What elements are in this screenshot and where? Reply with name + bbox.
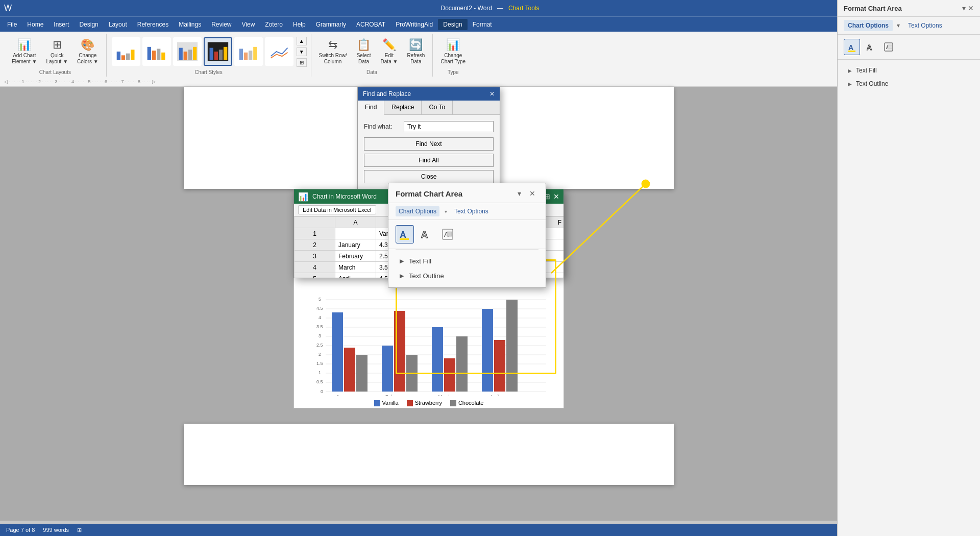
- excel-col-blank: [295, 217, 335, 228]
- popup-chart-dropdown[interactable]: ▾: [445, 209, 447, 214]
- style-scroll-up[interactable]: ▲: [297, 37, 307, 45]
- svg-rect-48: [394, 311, 405, 392]
- panel-icon-text-effects[interactable]: A: [880, 39, 897, 55]
- legend-vanilla: Vanilla: [374, 400, 399, 406]
- menu-design-chart[interactable]: Design: [438, 19, 467, 30]
- cell-a1[interactable]: [335, 228, 376, 239]
- chart-style-6[interactable]: [265, 37, 293, 66]
- svg-text:3.5: 3.5: [316, 324, 323, 329]
- chart-container[interactable]: Chart Title 0 0.5 1 1.5 2 2.5 3 3.5 4 4.…: [293, 276, 564, 408]
- change-colors-icon: 🎨: [81, 38, 94, 52]
- chart-style-3[interactable]: [173, 37, 202, 66]
- popup-close-btn[interactable]: ✕: [526, 188, 538, 199]
- word-count: 999 words: [43, 527, 69, 533]
- panel-text-fill-row[interactable]: ▶ Text Fill: [844, 64, 974, 77]
- refresh-data-btn[interactable]: 🔄 RefreshData: [403, 36, 428, 67]
- svg-rect-14: [209, 48, 213, 60]
- menu-acrobat[interactable]: ACROBAT: [351, 19, 390, 30]
- menu-view[interactable]: View: [237, 19, 260, 30]
- quick-layout-btn[interactable]: ⊞ QuickLayout ▼: [42, 36, 71, 67]
- svg-rect-53: [482, 309, 493, 392]
- svg-text:April: April: [490, 394, 499, 396]
- change-colors-btn[interactable]: 🎨 ChangeColors ▼: [74, 36, 102, 67]
- popup-icons-row: A A A: [388, 220, 546, 249]
- cell-a2[interactable]: January: [335, 239, 376, 251]
- chart-style-2[interactable]: [142, 37, 171, 66]
- chart-styles-group: ▲ ▼ ⊞ Chart Styles: [107, 34, 311, 77]
- popup-text-outline-row[interactable]: ▶ Text Outline: [396, 269, 538, 283]
- panel-text-options-tab[interactable]: Text Options: [904, 20, 946, 31]
- svg-rect-16: [218, 50, 222, 60]
- add-chart-element-btn[interactable]: 📊 Add ChartElement ▼: [8, 36, 40, 67]
- select-data-btn[interactable]: 📋 SelectData: [353, 36, 375, 67]
- svg-rect-9: [179, 48, 182, 60]
- menu-references[interactable]: References: [132, 19, 174, 30]
- popup-icon-text-outline[interactable]: A: [417, 225, 435, 243]
- panel-icon-text-fill[interactable]: A: [844, 39, 860, 55]
- menu-prowritingaid[interactable]: ProWritingAid: [390, 19, 438, 30]
- chart-style-4[interactable]: [204, 37, 232, 66]
- find-input[interactable]: [404, 121, 494, 132]
- menu-mailings[interactable]: Mailings: [174, 19, 206, 30]
- cell-a3[interactable]: February: [335, 251, 376, 262]
- edit-data-btn[interactable]: ✏️ EditData ▼: [377, 36, 402, 67]
- find-next-btn[interactable]: Find Next: [364, 137, 494, 151]
- panel-pin-btn[interactable]: ▾: [962, 4, 966, 12]
- tab-find[interactable]: Find: [358, 101, 384, 115]
- menu-insert[interactable]: Insert: [48, 19, 74, 30]
- popup-text-fill-a-icon: A: [399, 228, 411, 240]
- menu-grammarly[interactable]: Grammarly: [311, 19, 351, 30]
- switch-row-column-btn[interactable]: ⇆ Switch Row/Column: [315, 36, 351, 67]
- svg-rect-3: [131, 50, 134, 60]
- find-replace-dialog: Find and Replace ✕ Find Replace Go To Fi…: [357, 87, 500, 193]
- menu-format-chart[interactable]: Format: [468, 19, 497, 30]
- svg-text:A: A: [848, 43, 853, 52]
- status-bar: Page 7 of 8 999 words ⊞ 📄 📋 ⊞ 📖 100%: [0, 524, 980, 536]
- style-scroll-down[interactable]: ▼: [297, 47, 307, 56]
- panel-title: Format Chart Area: [844, 5, 902, 12]
- menu-layout[interactable]: Layout: [104, 19, 132, 30]
- svg-rect-4: [147, 47, 151, 60]
- popup-chart-options-tab[interactable]: Chart Options: [396, 206, 439, 216]
- edit-in-excel-btn[interactable]: Edit Data in Microsoft Excel: [298, 205, 376, 214]
- menu-review[interactable]: Review: [206, 19, 236, 30]
- menu-file[interactable]: File: [2, 19, 22, 30]
- chart-style-5[interactable]: [234, 37, 263, 66]
- edit-data-icon: ✏️: [382, 38, 396, 52]
- data-items: ⇆ Switch Row/Column 📋 SelectData ✏️ Edit…: [315, 36, 429, 67]
- menu-zotero[interactable]: Zotero: [260, 19, 288, 30]
- popup-text-fill-row[interactable]: ▶ Text Fill: [396, 254, 538, 269]
- popup-text-options-tab[interactable]: Text Options: [451, 206, 492, 216]
- tab-replace[interactable]: Replace: [384, 101, 422, 114]
- svg-text:5: 5: [318, 297, 321, 302]
- svg-text:January: January: [336, 394, 353, 396]
- popup-icon-text-effects[interactable]: A: [438, 225, 457, 243]
- panel-chart-dropdown[interactable]: ▾: [897, 22, 900, 29]
- panel-chart-options-tab[interactable]: Chart Options: [844, 20, 893, 31]
- find-row: Find what:: [364, 121, 494, 132]
- panel-close-btn[interactable]: ✕: [968, 4, 974, 12]
- row-5-header: 5: [295, 273, 335, 278]
- find-all-btn[interactable]: Find All: [364, 154, 494, 167]
- svg-rect-69: [400, 238, 409, 240]
- find-replace-title: Find and Replace: [363, 90, 411, 98]
- find-close-btn[interactable]: Close: [364, 170, 494, 183]
- layout-view-icon[interactable]: ⊞: [77, 527, 82, 533]
- style-more[interactable]: ⊞: [297, 58, 307, 67]
- find-replace-close[interactable]: ✕: [489, 90, 495, 98]
- panel-text-outline-row[interactable]: ▶ Text Outline: [844, 77, 974, 90]
- popup-pin-btn[interactable]: ▾: [514, 188, 524, 199]
- change-chart-type-btn[interactable]: 📊 ChangeChart Type: [437, 36, 469, 67]
- cell-a5[interactable]: April: [335, 273, 376, 278]
- chart-style-1[interactable]: [112, 37, 140, 66]
- legend-chocolate: Chocolate: [450, 400, 484, 406]
- menu-design[interactable]: Design: [74, 19, 103, 30]
- popup-icon-text-fill[interactable]: A: [396, 225, 414, 243]
- cell-a4[interactable]: March: [335, 262, 376, 273]
- menu-home[interactable]: Home: [22, 19, 48, 30]
- popup-text-fill-label: Text Fill: [409, 257, 431, 265]
- panel-icon-text-outline[interactable]: A: [862, 39, 878, 55]
- tab-goto[interactable]: Go To: [422, 101, 453, 114]
- menu-help[interactable]: Help: [288, 19, 311, 30]
- excel-close[interactable]: ✕: [553, 192, 559, 201]
